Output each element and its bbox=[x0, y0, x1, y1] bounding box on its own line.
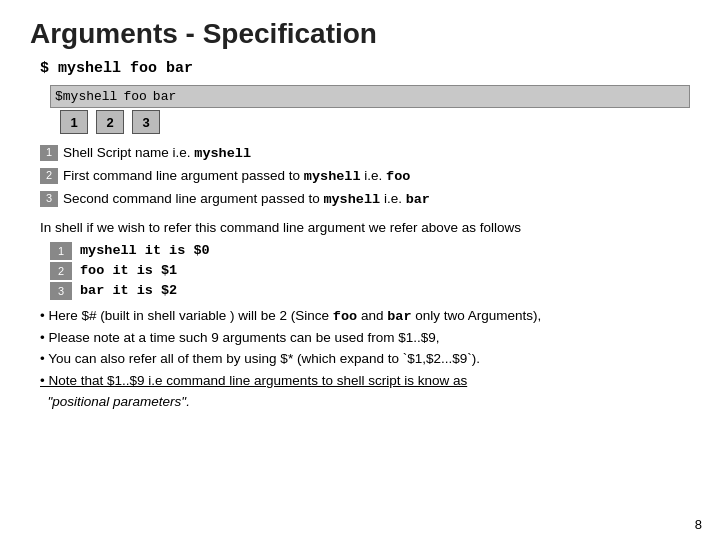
code-row-3: 3 bar it is $2 bbox=[50, 282, 690, 300]
code-text-2: foo it is $1 bbox=[80, 263, 177, 278]
code-table: 1 myshell it is $0 2 foo it is $1 3 bar … bbox=[50, 242, 690, 300]
intro-paragraph: In shell if we wish to refer this comman… bbox=[40, 218, 690, 238]
code-text-3: bar it is $2 bbox=[80, 283, 177, 298]
diagram-label-bar: bar bbox=[153, 89, 176, 104]
diagram-num-1: 1 bbox=[60, 110, 88, 134]
badge-1: 1 bbox=[40, 145, 58, 161]
code-row-2: 2 foo it is $1 bbox=[50, 262, 690, 280]
page-title: Arguments - Specification bbox=[30, 18, 690, 50]
bullet-1: • Here $# (built in shell variable ) wil… bbox=[40, 306, 690, 327]
badge-3: 3 bbox=[40, 191, 58, 207]
bullet-section: • Here $# (built in shell variable ) wil… bbox=[40, 306, 690, 412]
desc-item-3: 3 Second command line argument passed to… bbox=[40, 190, 690, 210]
command-line: $ myshell foo bar bbox=[40, 60, 690, 77]
code-text-1: myshell it is $0 bbox=[80, 243, 210, 258]
diagram-top: $myshell foo bar bbox=[50, 85, 690, 108]
code-badge-1: 1 bbox=[50, 242, 72, 260]
page-number: 8 bbox=[695, 517, 702, 532]
desc-item-1: 1 Shell Script name i.e. myshell bbox=[40, 144, 690, 164]
bullet-4b: "positional parameters". bbox=[40, 392, 690, 412]
badge-2: 2 bbox=[40, 168, 58, 184]
diagram-num-2: 2 bbox=[96, 110, 124, 134]
page-container: Arguments - Specification $ myshell foo … bbox=[0, 0, 720, 423]
description-list: 1 Shell Script name i.e. myshell 2 First… bbox=[40, 144, 690, 210]
bullet-3: • You can also refer all of them by usin… bbox=[40, 349, 690, 369]
desc-item-2: 2 First command line argument passed to … bbox=[40, 167, 690, 187]
diagram-num-3: 3 bbox=[132, 110, 160, 134]
diagram-bottom: 1 2 3 bbox=[50, 110, 690, 134]
bullet-2: • Please note at a time such 9 arguments… bbox=[40, 328, 690, 348]
code-badge-2: 2 bbox=[50, 262, 72, 280]
diagram-label-foo: foo bbox=[123, 89, 146, 104]
code-badge-3: 3 bbox=[50, 282, 72, 300]
diagram: $myshell foo bar 1 2 3 bbox=[50, 85, 690, 134]
code-row-1: 1 myshell it is $0 bbox=[50, 242, 690, 260]
bullet-4: • Note that $1..$9 i.e command line argu… bbox=[40, 371, 690, 391]
diagram-label-myshell: $myshell bbox=[55, 89, 117, 104]
